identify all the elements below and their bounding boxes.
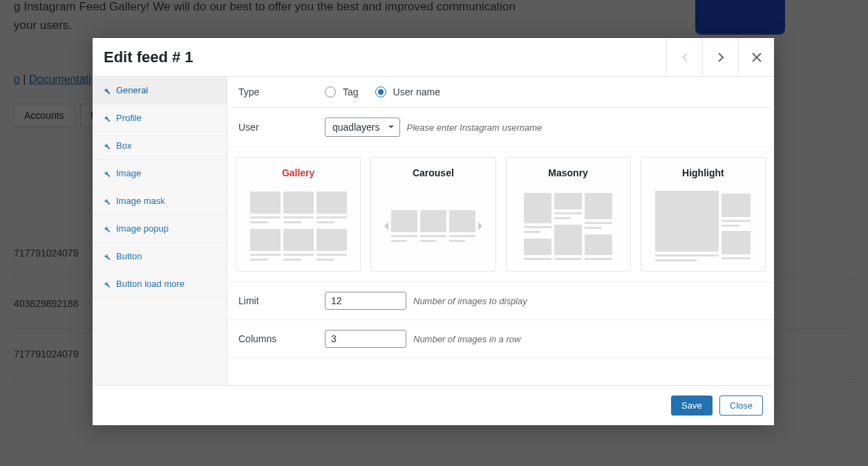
modal-footer: Save Close	[93, 385, 774, 425]
wrench-icon	[102, 114, 111, 122]
sidebar-item-box[interactable]: Box	[93, 132, 227, 160]
wrench-icon	[102, 225, 111, 233]
sidebar-item-button[interactable]: Button	[93, 243, 227, 270]
radio-icon	[325, 86, 336, 97]
columns-input[interactable]	[325, 330, 406, 348]
hint-user: Please enter Instagram username	[407, 122, 542, 133]
edit-feed-modal: Edit feed # 1 GeneralProfileBoxImageImag…	[93, 38, 774, 425]
modal-header: Edit feed # 1	[93, 38, 774, 77]
radio-icon	[375, 86, 386, 97]
layout-highlight[interactable]: Highlight	[641, 157, 766, 272]
hint-columns: Number of images in a row	[413, 334, 520, 344]
label-limit: Limit	[238, 295, 325, 306]
label-type: Type	[238, 86, 325, 97]
field-user: User quadlayers Please enter Instagram u…	[227, 108, 774, 147]
field-limit: Limit Number of images to display	[227, 282, 774, 320]
label-columns: Columns	[238, 333, 325, 344]
wrench-icon	[102, 197, 111, 205]
limit-input[interactable]	[325, 292, 406, 310]
layout-masonry[interactable]: Masonry	[506, 157, 631, 272]
masonry-preview	[512, 188, 625, 264]
sidebar-item-image-mask[interactable]: Image mask	[93, 187, 227, 215]
highlight-preview	[647, 188, 760, 264]
sidebar-item-image-popup[interactable]: Image popup	[93, 215, 227, 243]
close-icon	[752, 53, 762, 62]
user-select[interactable]: quadlayers	[325, 118, 400, 137]
wrench-icon	[102, 86, 111, 95]
save-button[interactable]: Save	[671, 395, 713, 416]
layout-carousel[interactable]: Carousel	[370, 157, 496, 272]
prev-button	[666, 38, 702, 77]
sidebar: GeneralProfileBoxImageImage maskImage po…	[93, 77, 227, 385]
radio-username[interactable]: User name	[375, 86, 450, 97]
sidebar-item-image[interactable]: Image	[93, 160, 227, 187]
sidebar-item-profile[interactable]: Profile	[93, 104, 227, 132]
close-x-button[interactable]	[738, 38, 774, 77]
wrench-icon	[102, 142, 111, 150]
sidebar-item-button-load-more[interactable]: Button load more	[93, 270, 227, 298]
sidebar-item-general[interactable]: General	[93, 77, 227, 104]
modal-body: GeneralProfileBoxImageImage maskImage po…	[93, 77, 774, 385]
layout-options: Gallery	[227, 147, 774, 282]
wrench-icon	[102, 252, 111, 261]
chevron-right-icon	[717, 53, 725, 62]
close-button[interactable]: Close	[719, 395, 763, 416]
content-panel[interactable]: Type Tag User name User quadlayers	[227, 77, 774, 385]
layout-gallery[interactable]: Gallery	[236, 157, 361, 272]
modal-title: Edit feed # 1	[104, 48, 666, 66]
gallery-preview	[242, 188, 355, 264]
carousel-preview	[377, 188, 489, 264]
chevron-left-icon	[681, 53, 689, 62]
wrench-icon	[102, 169, 111, 178]
next-button[interactable]	[702, 38, 738, 77]
field-type: Type Tag User name	[227, 77, 774, 108]
radio-tag[interactable]: Tag	[325, 86, 368, 97]
hint-limit: Number of images to display	[413, 296, 527, 306]
field-columns: Columns Number of images in a row	[227, 320, 774, 358]
wrench-icon	[102, 280, 111, 288]
label-user: User	[238, 122, 325, 133]
